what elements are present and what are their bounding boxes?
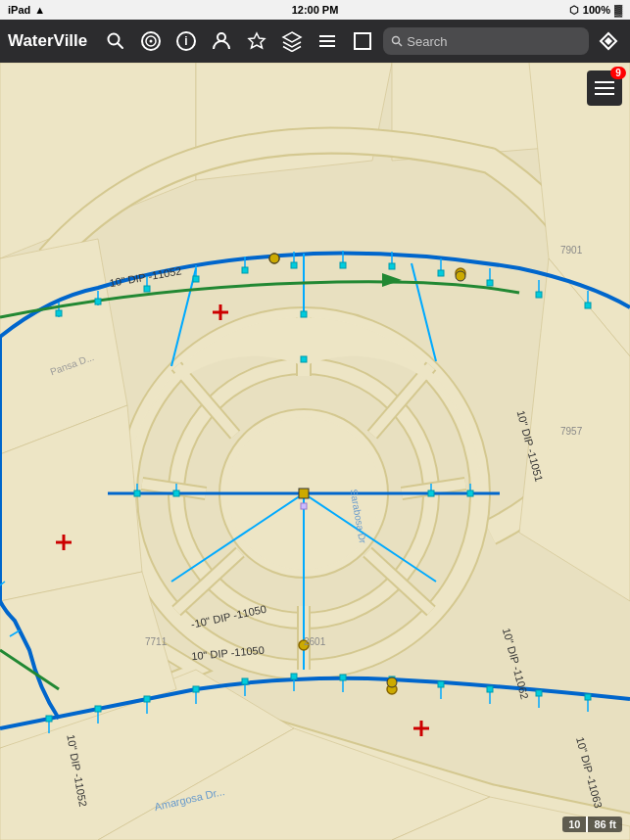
battery-text: 100% xyxy=(583,4,610,16)
location-button[interactable] xyxy=(595,27,622,55)
list-button[interactable] xyxy=(313,26,342,56)
svg-point-150 xyxy=(387,677,397,687)
menu-line-1 xyxy=(595,81,614,83)
svg-text:7957: 7957 xyxy=(560,426,583,437)
svg-rect-10 xyxy=(319,40,335,42)
svg-rect-126 xyxy=(301,356,307,362)
svg-rect-124 xyxy=(585,694,591,700)
svg-rect-121 xyxy=(438,681,444,687)
svg-rect-131 xyxy=(301,503,307,509)
svg-rect-127 xyxy=(134,490,140,496)
person-button[interactable] xyxy=(207,26,236,56)
scale-value: 86 ft xyxy=(586,817,622,832)
wifi-icon: ▲ xyxy=(34,4,45,16)
svg-rect-109 xyxy=(438,270,444,276)
svg-rect-12 xyxy=(355,33,370,49)
svg-rect-117 xyxy=(242,678,248,684)
search-button[interactable] xyxy=(101,26,130,56)
battery-icon: ▓ xyxy=(614,4,622,16)
scale-bar: 10 86 ft xyxy=(562,817,622,832)
svg-point-7 xyxy=(218,33,225,41)
svg-point-149 xyxy=(456,271,465,281)
svg-rect-148 xyxy=(299,489,309,498)
map-layers-button[interactable] xyxy=(277,26,307,56)
svg-point-147 xyxy=(269,254,279,263)
svg-marker-8 xyxy=(249,33,265,48)
svg-rect-108 xyxy=(389,263,395,269)
svg-text:2601: 2601 xyxy=(304,636,326,647)
map-container[interactable]: 10" DIP -11052 10" DIP -11051 10" DIP -1… xyxy=(0,63,630,840)
svg-rect-118 xyxy=(291,674,297,679)
menu-line-2 xyxy=(595,87,614,89)
svg-rect-102 xyxy=(95,299,101,304)
svg-rect-101 xyxy=(56,310,62,316)
svg-rect-115 xyxy=(144,696,150,702)
info-button[interactable]: i xyxy=(171,26,201,56)
svg-rect-113 xyxy=(46,716,52,722)
svg-rect-130 xyxy=(467,490,473,496)
svg-rect-125 xyxy=(301,311,307,317)
svg-point-4 xyxy=(150,40,153,43)
svg-rect-123 xyxy=(536,690,542,696)
svg-rect-103 xyxy=(144,286,150,292)
svg-line-1 xyxy=(118,43,122,48)
bluetooth-icon: ⬡ xyxy=(569,4,579,17)
carrier-text: iPad xyxy=(8,4,30,16)
svg-rect-119 xyxy=(340,675,346,680)
svg-rect-129 xyxy=(428,490,434,496)
svg-rect-9 xyxy=(319,35,335,37)
svg-rect-106 xyxy=(291,262,297,268)
svg-rect-105 xyxy=(242,267,248,273)
svg-text:7711: 7711 xyxy=(145,636,168,647)
menu-line-3 xyxy=(595,93,614,95)
scale-label: 10 xyxy=(562,817,586,832)
search-box[interactable]: Search xyxy=(383,27,589,55)
svg-rect-128 xyxy=(173,490,179,496)
svg-rect-111 xyxy=(536,292,542,298)
map-svg: 10" DIP -11052 10" DIP -11051 10" DIP -1… xyxy=(0,63,630,840)
svg-rect-112 xyxy=(585,303,591,308)
svg-rect-11 xyxy=(319,45,335,47)
layers-circle-button[interactable] xyxy=(136,26,166,56)
svg-rect-107 xyxy=(340,262,346,268)
svg-text:7901: 7901 xyxy=(560,245,583,256)
app-title: WaterVille xyxy=(8,31,87,51)
svg-line-14 xyxy=(399,43,402,46)
svg-rect-114 xyxy=(95,706,101,712)
square-button[interactable] xyxy=(348,26,377,56)
search-placeholder: Search xyxy=(407,34,447,49)
svg-point-13 xyxy=(393,37,400,44)
svg-rect-110 xyxy=(487,280,493,286)
svg-rect-116 xyxy=(193,686,199,692)
time-display: 12:00 PM xyxy=(292,4,339,16)
menu-badge: 9 xyxy=(610,67,626,79)
svg-rect-104 xyxy=(193,276,199,282)
star-button[interactable] xyxy=(242,26,271,56)
svg-text:i: i xyxy=(185,34,188,48)
toolbar: WaterVille i xyxy=(0,20,630,63)
status-bar: iPad ▲ 12:00 PM ⬡ 100% ▓ xyxy=(0,0,630,20)
menu-button[interactable]: 9 xyxy=(587,70,622,106)
svg-rect-122 xyxy=(487,686,493,692)
